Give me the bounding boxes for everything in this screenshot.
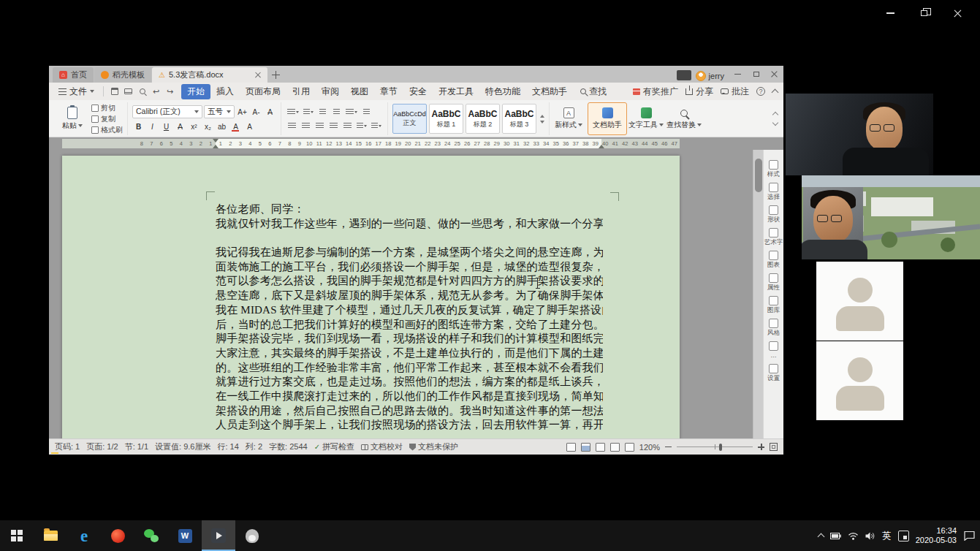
superscript-button[interactable]: x² <box>188 121 200 132</box>
ribbon-tab[interactable]: 特色功能 <box>479 84 526 99</box>
undo-button[interactable] <box>150 86 162 97</box>
eye-protection-button[interactable] <box>625 443 634 452</box>
wechat-button[interactable] <box>134 520 168 551</box>
help-button[interactable] <box>756 87 765 96</box>
distribute-button[interactable] <box>341 120 354 132</box>
print-button[interactable] <box>122 86 134 97</box>
ribbon-tab[interactable]: 开发工具 <box>433 84 479 99</box>
align-left-button[interactable] <box>286 120 298 132</box>
proofread-button[interactable]: 文档校对 <box>361 441 403 452</box>
ribbon-tab[interactable]: 视图 <box>345 84 374 99</box>
font-size-select[interactable]: 五号 <box>204 105 235 118</box>
text-line[interactable]: 范可以参考怎么搭设，我国的脚手架规范都是针对四四方方的脚手架搭设要求的，碰到这种 <box>216 274 603 289</box>
text-line[interactable]: 架搭设的用途，然后自己按照自己的思路去做的。我当时知道这件事的第一想法是，先禁止 <box>216 404 603 419</box>
volume-icon[interactable] <box>865 532 875 540</box>
zoom-level[interactable]: 120% <box>639 443 660 452</box>
shrink-font-button[interactable]: A- <box>250 106 262 118</box>
text-line[interactable]: 人员走到这个脚手架上，让我们按照现场的搭设方法，回去用软件算一算，再开放。但是， <box>216 418 603 433</box>
new-tab-button[interactable] <box>267 67 284 83</box>
qq-button[interactable] <box>235 520 269 551</box>
clock[interactable]: 16:34 2020-05-03 <box>916 526 957 546</box>
char-shading-button[interactable]: A <box>243 121 256 132</box>
text-line[interactable]: 我就仅针对我工作这些年，遇到的一些问题、做的一些思考，和大家做一个分享。 <box>216 217 603 232</box>
network-icon[interactable] <box>848 532 859 540</box>
right-indent-marker[interactable] <box>599 142 604 148</box>
ribbon-tab[interactable]: 开始 <box>181 84 210 99</box>
spell-check-button[interactable]: 拼写检查 <box>314 441 354 452</box>
read-layout-button[interactable] <box>566 443 576 452</box>
collapse-ribbon-button[interactable] <box>772 89 779 96</box>
clear-format-button[interactable]: A <box>264 106 276 118</box>
text-line[interactable]: 我在 MIDAS 软件里建了个模型，通过几天几夜的反复试算，确定了脚手架搭设的方… <box>216 303 603 318</box>
vertical-scrollbar[interactable] <box>753 150 763 438</box>
template-tab[interactable]: 稻壳模板 <box>94 67 151 83</box>
outline-view-button[interactable] <box>610 443 620 452</box>
close-document-icon[interactable] <box>255 72 261 78</box>
file-menu-button[interactable]: 文件 <box>53 84 99 99</box>
edge-button[interactable] <box>67 520 101 551</box>
text-line[interactable]: 我记得我在迪斯尼参与编制的第一个方案，是城堡两个塔尖之间的悬空连廊，为了提供外立 <box>216 246 603 260</box>
text-line[interactable] <box>216 231 603 246</box>
sidebar-tool[interactable]: 图库 <box>767 296 780 314</box>
action-center-button[interactable] <box>963 531 976 541</box>
wps-maximize-button[interactable] <box>747 66 765 83</box>
wps-close-button[interactable] <box>765 66 783 83</box>
grow-font-button[interactable]: A+ <box>236 106 248 118</box>
copy-button[interactable]: 复制 <box>91 114 123 124</box>
text-line[interactable]: 脚手架搭设完毕，我们到现场一看，现场搭设的样子和我们的计算模型和图纸完全不一样。 <box>216 332 603 346</box>
word-button[interactable] <box>168 520 202 551</box>
justify-button[interactable] <box>327 120 340 132</box>
text-line[interactable]: 各位老师、同学： <box>216 202 603 217</box>
increase-indent-button[interactable] <box>330 106 343 118</box>
font-color-button[interactable]: A <box>229 121 242 132</box>
text-tool-button[interactable]: 文字工具 <box>631 107 661 130</box>
sidebar-tool[interactable]: 设置 <box>767 364 780 381</box>
video-player-button[interactable] <box>202 520 235 551</box>
underline-button[interactable]: U <box>160 121 172 132</box>
strikethrough-button[interactable]: A <box>174 121 186 132</box>
text-line[interactable]: 悬空连廊，底下又是斜坡屋顶的脚手架体系，规范无从参考。为了确保脚手架体系的安全性… <box>216 289 603 303</box>
ime-icon[interactable] <box>898 531 909 542</box>
zoom-slider[interactable] <box>677 443 753 452</box>
ribbon-tab[interactable]: 章节 <box>374 84 403 99</box>
text-line[interactable]: 就算进行过方案交底，也是走过场。按照他们的想法，编方案的都是纸上谈兵，他们是真正 <box>216 375 603 390</box>
share-button[interactable]: 分享 <box>685 86 713 98</box>
text-line[interactable]: 在一线工作中摸爬滚打走过来的，所以他们的工作作风都是直接到现场，简单知道一下脚手 <box>216 390 603 404</box>
document-page[interactable]: 各位老师、同学：我就仅针对我工作这些年，遇到的一些问题、做的一些思考，和大家做一… <box>62 156 680 438</box>
line-spacing-button[interactable] <box>344 106 359 118</box>
sidebar-tool[interactable]: 形状 <box>767 205 780 223</box>
highlight-button[interactable]: ab <box>216 121 228 132</box>
hidden-icons-button[interactable] <box>818 533 825 541</box>
borders-button[interactable] <box>370 120 383 132</box>
sidebar-tool[interactable]: 选择 <box>767 183 780 200</box>
zoom-out-button[interactable] <box>665 446 672 448</box>
font-name-select[interactable]: Calibri (正文) <box>132 105 202 118</box>
subscript-button[interactable]: x₂ <box>202 121 214 132</box>
wps-minimize-button[interactable] <box>729 66 747 83</box>
text-line[interactable]: 后，当时的总工把我们计算好的模型和画好的图纸连带方案，交给了土建分包。过了几天， <box>216 318 603 332</box>
app-minimize-button[interactable] <box>873 4 907 22</box>
cut-button[interactable]: 剪切 <box>91 103 123 113</box>
promo-button[interactable]: 有奖推广 <box>633 86 678 98</box>
style-card-heading1[interactable]: AaBbC 标题 1 <box>429 104 463 134</box>
sidebar-tool[interactable]: 艺术字 <box>764 228 783 246</box>
user-account[interactable]: jerry <box>696 71 724 81</box>
new-style-button[interactable]: 新样式 <box>554 107 583 130</box>
ruler[interactable]: 8765432112345678910111213141516171819202… <box>49 137 783 150</box>
scroll-up-icon[interactable] <box>540 113 544 118</box>
align-right-button[interactable] <box>314 120 326 132</box>
ribbon-tab[interactable]: 插入 <box>210 84 240 99</box>
format-painter-button[interactable]: 格式刷 <box>91 125 123 135</box>
ribbon-tab[interactable]: 文档助手 <box>526 84 573 99</box>
text-line[interactable]: 的。这些班组的工作经验非常丰富，他们平常工作起来，甚至根本就不会看我们编的方案， <box>216 361 603 376</box>
comment-button[interactable]: 批注 <box>721 86 749 98</box>
numbered-list-button[interactable] <box>302 106 315 118</box>
sidebar-tool[interactable]: 图表 <box>767 251 780 268</box>
style-card-heading3[interactable]: AaBbC 标题 3 <box>502 104 536 134</box>
document-tab[interactable]: 5.3发言稿.docx <box>152 67 267 83</box>
align-center-button[interactable] <box>300 120 312 132</box>
ribbon-tab[interactable]: 安全 <box>403 84 433 99</box>
home-tab[interactable]: 首页 <box>53 67 94 83</box>
print-preview-button[interactable] <box>136 86 148 97</box>
zoom-in-button[interactable] <box>758 444 764 450</box>
